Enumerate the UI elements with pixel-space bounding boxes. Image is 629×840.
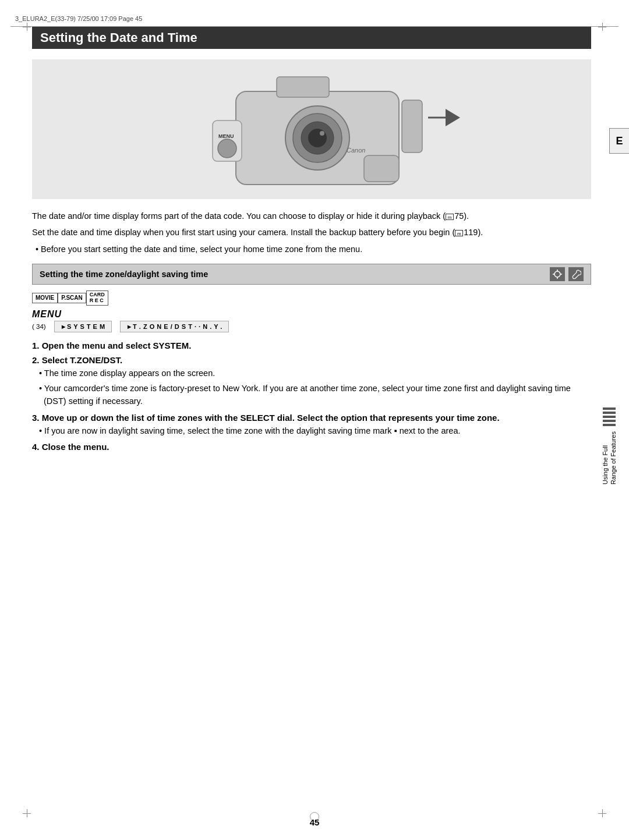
sub-section-icons <box>550 267 584 281</box>
step-3-number: 3. <box>32 413 40 423</box>
body-para-1: The date and/or time display forms part … <box>32 210 591 222</box>
body-para-2: Set the date and time display when you f… <box>32 226 591 239</box>
sidebar-line-4 <box>603 420 616 422</box>
svg-marker-11 <box>446 109 460 126</box>
page-title: Setting the Date and Time <box>32 27 591 49</box>
sidebar-line-2 <box>603 412 616 414</box>
camera-illustration-area: MENU Canon <box>32 59 591 199</box>
sub-section-title: Setting the time zone/daylight saving ti… <box>40 270 208 279</box>
tzone-arrow: ►T . Z O N E / D S T · · N . Y . <box>120 321 229 332</box>
sub-section-header: Setting the time zone/daylight saving ti… <box>32 264 591 285</box>
sidebar-line-1 <box>603 407 616 410</box>
tzone-arrow-text: ►T . Z O N E / D S T · · N . Y . <box>126 323 222 330</box>
steps-block: 1. Open the menu and select SYSTEM. 2. S… <box>32 341 591 452</box>
step-2-number: 2. <box>32 355 40 365</box>
time-zone-icon <box>550 267 565 281</box>
movie-mode-btn[interactable]: MOVIE <box>32 293 58 303</box>
step-3: 3. Move up or down the list of time zone… <box>32 413 591 437</box>
body-bullet-1: • Before you start setting the date and … <box>32 243 591 256</box>
step-2-bullet-1: • The time zone display appears on the s… <box>32 367 591 380</box>
system-arrow: ►S Y S T E M <box>54 321 112 332</box>
side-tab-label: E <box>616 135 623 147</box>
menu-nav-block: MENU ( 34) ►S Y S T E M ►T . Z O N E / D… <box>32 309 591 332</box>
mode-buttons-row: MOVIE P.SCAN CARDR E C <box>32 290 591 306</box>
header-text: 3_ELURA2_E(33-79) 7/25/00 17:09 Page 45 <box>15 15 142 22</box>
book-ref-1: m <box>446 214 454 220</box>
step-2: 2. Select T.ZONE/DST. • The time zone di… <box>32 355 591 407</box>
body-text-block: The date and/or time display forms part … <box>32 210 591 256</box>
step-1-header: 1. Open the menu and select SYSTEM. <box>32 341 591 350</box>
sidebar-text: Using the FullRange of Features <box>601 431 618 484</box>
step-3-header: 3. Move up or down the list of time zone… <box>32 413 591 423</box>
system-arrow-text: ►S Y S T E M <box>61 323 105 330</box>
svg-rect-14 <box>364 155 399 182</box>
svg-text:Canon: Canon <box>347 147 365 154</box>
side-tab-e: E <box>609 128 629 154</box>
step-2-text: Select T.ZONE/DST. <box>42 355 122 365</box>
menu-ref: ( 34) <box>32 323 46 330</box>
svg-rect-7 <box>402 100 422 153</box>
tool-icon <box>568 267 584 281</box>
camera-svg: MENU Canon <box>143 62 480 196</box>
sidebar-decoration <box>603 407 616 428</box>
step-4: 4. Close the menu. <box>32 442 591 452</box>
movie-label: MOVIE <box>36 295 54 301</box>
svg-point-10 <box>218 139 236 158</box>
svg-point-5 <box>320 131 324 136</box>
page-number: 45 <box>310 817 320 827</box>
step-1-text: Open the menu and select SYSTEM. <box>42 341 192 350</box>
menu-label: MENU <box>32 309 591 320</box>
pscan-label: P.SCAN <box>61 295 83 301</box>
main-content: Setting the Date and Time MENU Canon <box>32 27 591 817</box>
sidebar-line-3 <box>603 416 616 418</box>
right-sidebar: Using the FullRange of Features <box>601 407 617 484</box>
step-4-header: 4. Close the menu. <box>32 442 591 452</box>
wrench-icon-svg <box>571 269 581 279</box>
sidebar-line-5 <box>603 424 616 426</box>
header-bar: 3_ELURA2_E(33-79) 7/25/00 17:09 Page 45 <box>10 10 619 27</box>
step-3-bullet-1: • If you are now in daylight saving time… <box>32 424 591 437</box>
step-1: 1. Open the menu and select SYSTEM. <box>32 341 591 350</box>
step-2-bullet-2: • Your camcorder's time zone is factory-… <box>32 382 591 408</box>
svg-point-15 <box>554 271 560 277</box>
step-2-header: 2. Select T.ZONE/DST. <box>32 355 591 365</box>
card-rec-label: CARDR E C <box>90 292 105 303</box>
book-ref-2: m <box>455 230 463 236</box>
step-4-text: Close the menu. <box>42 442 109 452</box>
svg-rect-6 <box>277 77 329 97</box>
menu-nav-row: ( 34) ►S Y S T E M ►T . Z O N E / D S T … <box>32 321 591 332</box>
svg-point-4 <box>308 129 327 147</box>
pscan-mode-btn[interactable]: P.SCAN <box>58 293 86 303</box>
svg-text:MENU: MENU <box>218 133 234 139</box>
card-rec-mode-btn[interactable]: CARDR E C <box>86 290 108 306</box>
step-3-text: Move up or down the list of time zones w… <box>42 413 500 423</box>
step-4-number: 4. <box>32 442 40 452</box>
sun-icon-svg <box>552 269 563 279</box>
step-1-number: 1. <box>32 341 40 350</box>
